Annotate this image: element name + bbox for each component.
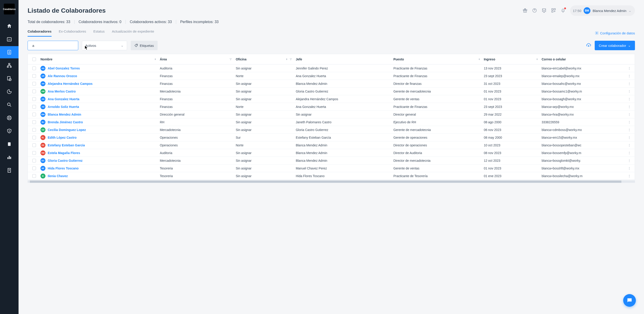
row-checkbox[interactable] [32,82,36,86]
collaborator-link[interactable]: Arnoldo Soliz Huerta [48,105,79,109]
row-actions[interactable]: ⋮ [626,113,632,116]
user-menu[interactable]: 17:50 BM Blanca Mendez Admin ⌄ [570,6,635,16]
collaborator-link[interactable]: Ana Merlos Castro [48,90,76,93]
search-input[interactable] [32,44,75,48]
nav-calendar[interactable]: 24 [0,33,18,45]
row-checkbox[interactable] [32,151,36,155]
row-actions[interactable]: ⋮ [626,166,632,170]
collaborator-link[interactable]: Ilenia Chavez [48,174,68,178]
user-avatar: BM [584,7,590,14]
sort-icon[interactable]: ▲▼ [536,58,538,60]
row-checkbox[interactable] [32,74,36,78]
collaborator-link[interactable]: Ana Gonzalez Huerta [48,97,79,101]
nav-org[interactable] [0,59,18,72]
row-actions[interactable]: ⋮ [626,105,632,109]
etiquetas-button[interactable]: Etiquetas [131,41,158,50]
col-nombre[interactable]: Nombre [40,58,52,61]
collaborator-link[interactable]: Estela Magaña Flores [48,151,80,155]
filter-icon[interactable] [290,58,292,61]
row-checkbox[interactable] [32,90,36,93]
nav-payroll[interactable]: $ [0,125,18,137]
row-actions[interactable]: ⋮ [626,74,632,78]
tab-colaboradores[interactable]: Colaboradores [28,30,52,37]
nav-report[interactable] [0,86,18,98]
area-cell: Tesoreria [160,174,173,178]
apps-icon[interactable] [551,8,556,14]
collaborator-link[interactable]: Ale Rannou Orozco [48,74,77,78]
row-actions[interactable]: ⋮ [626,97,632,101]
row-checkbox[interactable] [32,113,36,116]
config-link[interactable]: Configuración de datos [595,31,635,35]
download-button[interactable] [586,43,591,48]
row-checkbox[interactable] [32,97,36,101]
col-oficina[interactable]: Oficina [236,58,246,61]
collaborator-link[interactable]: Abel Gonzalez Torres [48,67,80,70]
row-actions[interactable]: ⋮ [626,120,632,124]
table-row: IC Ilenia Chavez Tesoreria Sin asignar H… [28,172,635,180]
etiquetas-label: Etiquetas [140,44,154,48]
tab-estatus[interactable]: Estatus [94,30,105,37]
search-input-wrapper[interactable] [28,41,78,50]
col-correo[interactable]: Correo o celular [542,58,566,61]
svg-rect-21 [554,8,555,10]
svg-text:24: 24 [8,39,10,41]
sort-icon[interactable]: ▲▼ [286,58,288,60]
collaborator-link[interactable]: Gloria Castro Gutierrez [48,159,82,162]
row-checkbox[interactable] [32,128,36,132]
nav-stats[interactable] [0,151,18,163]
nav-clipboard[interactable] [0,138,18,150]
filter-icon[interactable] [229,58,232,61]
row-actions[interactable]: ⋮ [626,151,632,155]
horizontal-scrollbar[interactable] [28,181,635,183]
create-collaborator-button[interactable]: Crear colaborador ⌄ [595,41,635,50]
row-actions[interactable]: ⋮ [626,67,632,70]
gift-icon[interactable] [522,8,528,14]
tab-actualizacion[interactable]: Actualización de expediente [112,30,154,37]
row-checkbox[interactable] [32,143,36,147]
nav-support[interactable] [0,112,18,124]
col-ingreso[interactable]: Ingreso [484,58,495,61]
nav-time[interactable] [0,72,18,85]
row-checkbox[interactable] [32,174,36,178]
col-jefe[interactable]: Jefe [296,58,302,61]
company-logo: Casablanca [4,4,15,15]
row-checkbox[interactable] [32,67,36,70]
row-checkbox[interactable] [32,105,36,109]
nav-home[interactable] [0,20,18,32]
collaborator-link[interactable]: Brenda Jiménez Castro [48,120,83,124]
correo-cell: blanca+bossahc@worky.mx [542,82,581,86]
col-area[interactable]: Área [160,58,167,61]
row-actions[interactable]: ⋮ [626,159,632,162]
row-actions[interactable]: ⋮ [626,136,632,139]
collaborator-link[interactable]: Estefany Esteban García [48,143,85,147]
status-filter-label: Activos [85,44,96,48]
notifications-icon[interactable] [560,8,566,14]
row-checkbox[interactable] [32,159,36,162]
sort-icon[interactable]: ▲▼ [154,58,156,60]
row-actions[interactable]: ⋮ [626,82,632,86]
inbox-icon[interactable] [542,8,546,14]
nav-people[interactable] [0,46,18,58]
row-actions[interactable]: ⋮ [626,174,632,178]
row-checkbox[interactable] [32,136,36,139]
collaborator-link[interactable]: Edith López Castro [48,136,77,139]
collaborator-link[interactable]: Hida Flores Toscano [48,166,79,170]
row-checkbox[interactable] [32,120,36,124]
oficina-cell: Norte [236,143,243,147]
help-icon[interactable] [532,8,537,14]
row-actions[interactable]: ⋮ [626,90,632,93]
collaborator-link[interactable]: Alejandra Hernández Campos [48,82,92,86]
select-all-checkbox[interactable] [32,58,36,61]
col-puesto[interactable]: Puesto [394,58,404,61]
row-actions[interactable]: ⋮ [626,143,632,147]
status-filter[interactable]: Activos ⌄ [82,41,127,50]
collaborator-link[interactable]: Blanca Mendez Admin [48,113,81,116]
row-checkbox[interactable] [32,166,36,170]
collaborator-link[interactable]: Cecilia Dominguez Lopez [48,128,86,132]
nav-receipt[interactable] [0,164,18,176]
row-actions[interactable]: ⋮ [626,128,632,132]
tab-ex-colaboradores[interactable]: Ex-Colaboradores [59,30,86,37]
sort-icon[interactable]: ▲▼ [478,58,480,60]
nav-search[interactable] [0,99,18,111]
chat-fab[interactable] [623,294,636,307]
